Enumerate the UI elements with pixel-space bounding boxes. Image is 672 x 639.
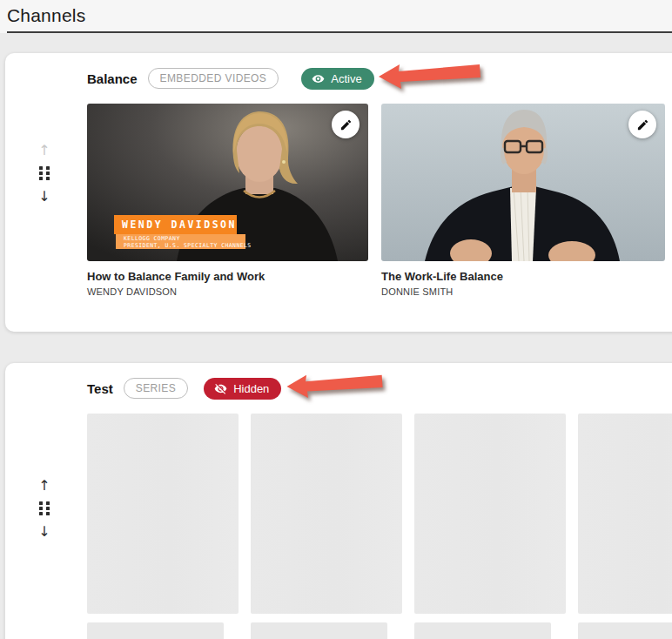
video-author: DONNIE SMITH	[381, 286, 665, 297]
video-thumbnail[interactable]: WENDY DAVIDSON KELLOGG COMPANY PRESIDENT…	[87, 104, 368, 261]
channel-type-badge: SERIES	[124, 378, 188, 399]
header-divider	[7, 31, 672, 33]
video-thumbnail-image	[381, 104, 665, 261]
lower-third-subtitle: KELLOGG COMPANY PRESIDENT, U.S. SPECIALT…	[116, 234, 245, 249]
eye-off-icon	[214, 382, 227, 395]
channel-type-badge: EMBEDDED VIDEOS	[148, 68, 279, 89]
eye-icon	[312, 72, 325, 85]
edit-video-button[interactable]	[332, 111, 360, 138]
video-author: WENDY DAVIDSON	[87, 286, 368, 297]
pencil-icon	[339, 118, 353, 131]
channel-card-balance: ↑ ↓ Balance EMBEDDED VIDEOS Active	[5, 53, 672, 332]
move-up-button[interactable]: ↑	[38, 144, 50, 157]
move-down-button[interactable]: ↓	[38, 525, 50, 538]
video-row: WENDY DAVIDSON KELLOGG COMPANY PRESIDENT…	[87, 104, 672, 261]
status-toggle-button[interactable]: Active	[301, 68, 373, 90]
channel-header-row: Balance EMBEDDED VIDEOS Active	[87, 67, 672, 90]
series-tile-row-2	[87, 622, 672, 639]
drag-handle-icon[interactable]	[39, 166, 50, 180]
status-label: Hidden	[233, 382, 269, 395]
series-placeholder-tile[interactable]	[578, 414, 672, 614]
move-up-button[interactable]: ↑	[38, 479, 50, 492]
video-caption: How to Balance Family and Work WENDY DAV…	[87, 270, 368, 297]
annotation-arrow-icon	[285, 372, 386, 400]
series-placeholder-tile[interactable]	[87, 414, 239, 614]
series-placeholder-tile[interactable]	[87, 622, 224, 639]
lower-third-name: WENDY DAVIDSON	[114, 215, 237, 234]
move-down-button[interactable]: ↓	[38, 190, 50, 203]
lower-third-org: KELLOGG COMPANY	[124, 235, 245, 242]
caption-row: How to Balance Family and Work WENDY DAV…	[87, 270, 672, 297]
channel-card-test: ↑ ↓ Test SERIES Hidden	[5, 363, 672, 639]
drag-handle-icon[interactable]	[39, 501, 50, 515]
series-placeholder-tile[interactable]	[414, 622, 551, 639]
status-toggle-button[interactable]: Hidden	[204, 378, 281, 400]
video-caption: The Work-Life Balance DONNIE SMITH	[381, 270, 665, 297]
status-label: Active	[331, 72, 361, 85]
video-title: The Work-Life Balance	[381, 270, 665, 283]
series-placeholder-tile[interactable]	[414, 414, 566, 614]
video-title: How to Balance Family and Work	[87, 270, 368, 283]
page-header: Channels	[0, 0, 672, 33]
reorder-rail: ↑ ↓	[35, 479, 54, 538]
annotation-arrow-icon	[378, 61, 482, 91]
series-placeholder-tile[interactable]	[578, 622, 672, 639]
lower-third-role: PRESIDENT, U.S. SPECIALTY CHANNELS	[124, 242, 245, 249]
channel-name: Test	[87, 381, 113, 396]
series-placeholder-tile[interactable]	[251, 622, 387, 639]
pencil-icon	[636, 118, 649, 131]
reorder-rail: ↑ ↓	[35, 144, 54, 203]
edit-video-button[interactable]	[628, 111, 656, 138]
series-placeholder-tile[interactable]	[251, 414, 402, 614]
video-thumbnail[interactable]	[381, 104, 665, 261]
series-tile-row	[87, 414, 672, 614]
channel-header-row: Test SERIES Hidden	[87, 377, 672, 400]
channel-name: Balance	[87, 71, 138, 86]
page-title: Channels	[7, 5, 672, 26]
